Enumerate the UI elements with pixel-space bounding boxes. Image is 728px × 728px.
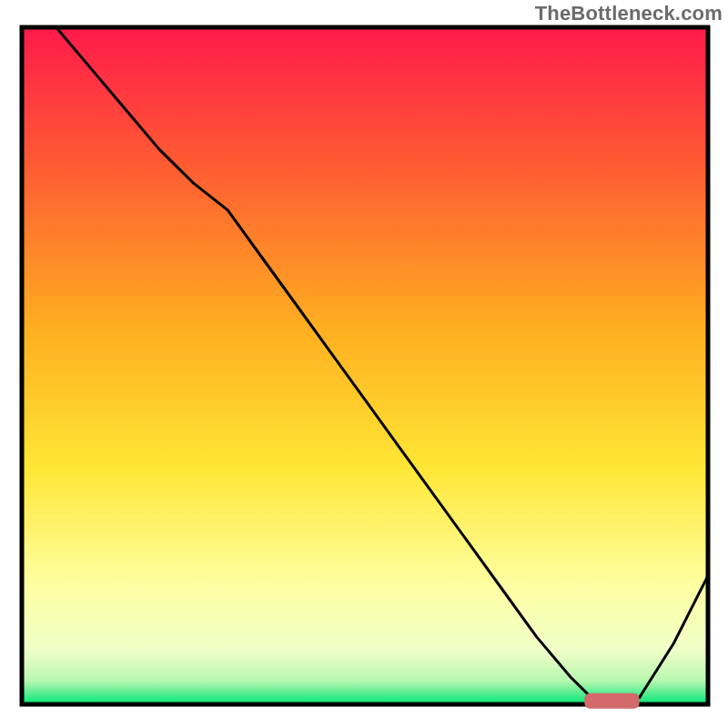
optimal-range-marker	[584, 693, 639, 709]
bottleneck-chart	[0, 0, 728, 728]
chart-container: TheBottleneck.com	[0, 0, 728, 728]
plot-background	[22, 27, 708, 704]
plot-area	[22, 27, 708, 709]
